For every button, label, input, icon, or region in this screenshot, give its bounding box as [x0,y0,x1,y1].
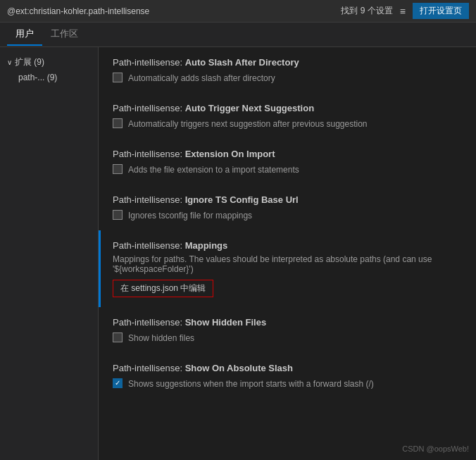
setting-name-7: Show On Absolute Slash [185,363,293,373]
setting-prefix-2: Path-intellisense: [113,103,185,113]
tab-user[interactable]: 用户 [7,23,42,46]
content-area: Path-intellisense: Auto Slash After Dire… [99,47,476,460]
setting-title-auto-slash: Path-intellisense: Auto Slash After Dire… [113,57,462,68]
sidebar-sub-item-path[interactable]: path-... (9) [0,70,98,85]
setting-prefix-3: Path-intellisense: [113,149,185,159]
checkbox-row-show-on-absolute: ✓ Shows suggestions when the import star… [113,378,462,389]
checkmark-icon: ✓ [115,380,120,387]
setting-prefix-5: Path-intellisense: [113,240,185,251]
setting-prefix-7: Path-intellisense: [113,363,185,373]
setting-title-ignore-tsconfig: Path-intellisense: Ignore TS Config Base… [113,194,462,205]
setting-prefix: Path-intellisense: [113,57,185,68]
setting-auto-slash: Path-intellisense: Auto Slash After Dire… [99,47,476,93]
setting-title-show-on-absolute: Path-intellisense: Show On Absolute Slas… [113,363,462,373]
checkbox-show-hidden[interactable] [113,332,123,342]
setting-title-show-hidden: Path-intellisense: Show Hidden Files [113,317,462,328]
setting-name-3: Extension On Import [185,149,275,159]
sidebar-group-label: 扩展 (9) [15,56,44,68]
setting-desc-auto-trigger: Automatically triggers next suggestion a… [128,119,368,129]
chevron-down-icon: ∨ [7,58,12,66]
setting-name-5: Mappings [185,240,228,251]
found-settings-label: 找到 9 个设置 [341,5,392,17]
setting-title-extension-import: Path-intellisense: Extension On Import [113,149,462,159]
edit-settings-link[interactable]: 在 settings.json 中编辑 [113,280,213,297]
watermark: CSDN @oopsWeb! [402,445,469,453]
setting-desc-show-hidden: Show hidden files [128,333,194,343]
checkbox-show-on-absolute[interactable]: ✓ [113,378,123,388]
setting-mappings: Path-intellisense: Mappings Mappings for… [99,230,476,307]
setting-ignore-tsconfig: Path-intellisense: Ignore TS Config Base… [99,185,476,230]
setting-desc-extension-import: Adds the file extension to a import stat… [128,165,299,175]
setting-show-hidden: Path-intellisense: Show Hidden Files Sho… [99,307,476,353]
sidebar: ∨ 扩展 (9) path-... (9) [0,47,99,460]
setting-desc-auto-slash: Automatically adds slash after directory [128,73,275,83]
checkbox-row-auto-trigger: Automatically triggers next suggestion a… [113,118,462,129]
menu-icon[interactable]: ≡ [400,6,406,17]
setting-desc-ignore-tsconfig: Ignores tsconfig file for mappings [128,211,252,220]
top-bar-right: 找到 9 个设置 ≡ 打开设置页 [341,3,469,19]
setting-prefix-4: Path-intellisense: [113,194,185,205]
setting-name-4: Ignore TS Config Base Url [185,194,299,205]
setting-prefix-6: Path-intellisense: [113,317,185,328]
tab-workspace[interactable]: 工作区 [42,23,87,46]
checkbox-extension-import[interactable] [113,164,123,174]
setting-name: Auto Slash After Directory [185,57,299,68]
sidebar-group-extensions[interactable]: ∨ 扩展 (9) [0,54,98,70]
setting-show-on-absolute: Path-intellisense: Show On Absolute Slas… [99,353,476,399]
setting-title-mappings: Path-intellisense: Mappings [113,240,462,251]
checkbox-auto-slash[interactable] [113,73,123,82]
setting-desc-mappings: Mappings for paths. The values should be… [113,254,462,274]
setting-auto-trigger: Path-intellisense: Auto Trigger Next Sug… [99,93,476,139]
main-layout: ∨ 扩展 (9) path-... (9) Path-intellisense:… [0,47,476,460]
checkbox-row-extension-import: Adds the file extension to a import stat… [113,163,462,175]
open-settings-button[interactable]: 打开设置页 [413,3,469,19]
setting-name-2: Auto Trigger Next Suggestion [185,103,314,113]
checkbox-row-auto-slash: Automatically adds slash after directory [113,72,462,83]
setting-extension-import: Path-intellisense: Extension On Import A… [99,139,476,185]
tabs-bar: 用户 工作区 [0,23,476,47]
checkbox-ignore-tsconfig[interactable] [113,210,123,220]
setting-name-6: Show Hidden Files [185,317,267,328]
checkbox-auto-trigger[interactable] [113,118,123,128]
checkbox-row-show-hidden: Show hidden files [113,332,462,343]
checkbox-row-ignore-tsconfig: Ignores tsconfig file for mappings [113,209,462,220]
setting-title-auto-trigger: Path-intellisense: Auto Trigger Next Sug… [113,103,462,113]
search-text: @ext:christian-kohler.path-intellisense [7,6,149,16]
top-bar: @ext:christian-kohler.path-intellisense … [0,0,476,23]
setting-desc-show-on-absolute: Shows suggestions when the import starts… [128,379,374,389]
sidebar-section-extensions: ∨ 扩展 (9) path-... (9) [0,53,98,86]
